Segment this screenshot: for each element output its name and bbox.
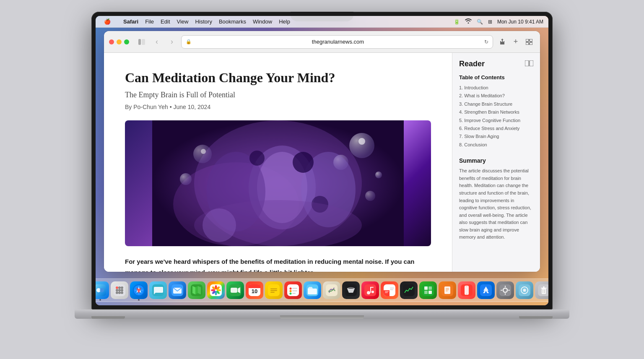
toc-list: 1. Introduction 2. What is Meditation? 3… (459, 84, 533, 149)
toc-item-6[interactable]: 6. Reduce Stress and Anxiety (459, 125, 533, 133)
dock-freeform[interactable] (323, 281, 340, 299)
share-button[interactable] (496, 36, 508, 48)
menubar-file[interactable]: File (142, 18, 157, 26)
dock-photos[interactable] (207, 281, 225, 299)
forward-button[interactable]: › (166, 36, 178, 48)
svg-rect-93 (422, 284, 434, 296)
menubar-view[interactable]: View (174, 18, 192, 26)
svg-rect-73 (292, 288, 297, 289)
svg-rect-61 (231, 288, 237, 293)
svg-rect-111 (505, 293, 506, 295)
dock-focus[interactable] (516, 281, 533, 299)
dock-stocks[interactable] (400, 281, 418, 299)
svg-rect-69 (270, 290, 277, 291)
new-tab-button[interactable]: + (510, 36, 522, 48)
dock-launchpad[interactable] (111, 281, 128, 299)
sidebar-toggle-button[interactable] (136, 36, 148, 48)
dock-pages[interactable] (439, 281, 456, 299)
svg-rect-101 (446, 289, 449, 290)
search-menubar-icon[interactable]: 🔍 (477, 19, 483, 25)
svg-rect-88 (390, 289, 393, 290)
ssl-lock-icon: 🔒 (186, 39, 192, 44)
safari-toolbar: ‹ › 🔒 thegranularnews.com ↻ + (104, 31, 540, 53)
back-button[interactable]: ‹ (151, 36, 163, 48)
screen-bezel: 🍎 Safari File Edit View History Bookmark… (91, 12, 553, 310)
article-byline: By Po-Chun Yeh • June 10, 2024 (125, 104, 431, 110)
toc-item-4[interactable]: 4. Strengthen Brain Networks (459, 108, 533, 116)
address-bar[interactable]: 🔒 thegranularnews.com ↻ (181, 35, 493, 49)
reader-layout-button[interactable] (525, 60, 533, 68)
svg-rect-79 (326, 284, 338, 296)
svg-point-20 (249, 151, 265, 166)
dock-mail[interactable] (169, 281, 186, 299)
dock-finder[interactable] (96, 281, 109, 299)
svg-point-74 (290, 290, 292, 292)
reader-title: Reader (459, 60, 485, 68)
svg-point-30 (100, 288, 104, 292)
dock-notes[interactable] (265, 281, 283, 299)
dock-numbers[interactable] (419, 281, 437, 299)
toc-item-8[interactable]: 8. Conclusion (459, 141, 533, 149)
dock-safari[interactable] (130, 281, 148, 299)
article-body: For years we've heard whispers of the be… (125, 256, 431, 272)
svg-rect-1 (142, 39, 145, 45)
dock-appstore[interactable] (477, 281, 495, 299)
safari-content: Can Meditation Change Your Mind? The Emp… (104, 53, 540, 272)
dock-news[interactable] (381, 281, 398, 299)
svg-point-35 (116, 289, 118, 291)
svg-rect-100 (446, 288, 449, 289)
url-text[interactable]: thegranularnews.com (194, 39, 482, 45)
svg-rect-120 (541, 288, 547, 289)
menubar-edit[interactable]: Edit (157, 18, 173, 26)
article-area[interactable]: Can Meditation Change Your Mind? The Emp… (104, 53, 452, 272)
menubar-right: 🔋 🔍 ⊞ Mon Jun 10 9:41 AM (454, 18, 543, 25)
reload-icon[interactable]: ↻ (484, 39, 488, 45)
dock-files[interactable] (304, 281, 321, 299)
dock-reminders[interactable] (284, 281, 302, 299)
svg-rect-2 (526, 39, 529, 42)
wifi-icon (465, 18, 472, 25)
apple-menu[interactable]: 🍎 (101, 18, 114, 26)
svg-point-106 (466, 294, 467, 294)
dock-facetime[interactable] (226, 281, 244, 299)
dock-container: 10 (96, 278, 548, 302)
maximize-button[interactable] (124, 39, 129, 44)
menubar-bookmarks[interactable]: Bookmarks (216, 18, 249, 26)
dock-system-settings[interactable] (496, 281, 514, 299)
svg-rect-112 (501, 290, 502, 291)
article-image (125, 120, 431, 246)
svg-point-38 (116, 291, 118, 294)
svg-point-117 (524, 290, 525, 291)
svg-rect-75 (292, 291, 297, 291)
toolbar-right-buttons: + (496, 36, 535, 48)
screen: 🍎 Safari File Edit View History Bookmark… (96, 16, 548, 305)
dock-maps[interactable] (188, 281, 205, 299)
dock-trash[interactable] (535, 281, 548, 299)
svg-rect-77 (292, 293, 296, 294)
menubar-window[interactable]: Window (249, 18, 275, 26)
minimize-button[interactable] (117, 39, 122, 44)
article-subtitle: The Empty Brain is Full of Potential (125, 91, 431, 99)
dock-music[interactable] (361, 281, 379, 299)
svg-point-24 (358, 138, 365, 145)
toc-item-5[interactable]: 5. Improve Cognitive Function (459, 117, 533, 125)
macbook-base (75, 310, 569, 319)
reader-header: Reader (459, 60, 533, 68)
svg-rect-4 (526, 42, 529, 45)
close-button[interactable] (109, 39, 114, 44)
dock-calendar[interactable]: 10 (246, 281, 263, 299)
menubar-history[interactable]: History (192, 18, 215, 26)
svg-rect-113 (508, 290, 510, 291)
tab-overview-button[interactable] (523, 36, 535, 48)
toc-item-1[interactable]: 1. Introduction (459, 84, 533, 92)
menubar-help[interactable]: Help (275, 18, 293, 26)
dock-iphone-mirror[interactable] (458, 281, 475, 299)
dock-messages[interactable] (149, 281, 167, 299)
dock-appletv[interactable] (342, 281, 360, 299)
control-center-icon[interactable]: ⊞ (488, 19, 492, 25)
toc-item-3[interactable]: 3. Change Brain Structure (459, 100, 533, 108)
menubar-safari[interactable]: Safari (120, 18, 142, 26)
safari-window: ‹ › 🔒 thegranularnews.com ↻ + (104, 31, 540, 272)
toc-item-2[interactable]: 2. What is Meditation? (459, 92, 533, 100)
toc-item-7[interactable]: 7. Slow Brain Aging (459, 133, 533, 140)
